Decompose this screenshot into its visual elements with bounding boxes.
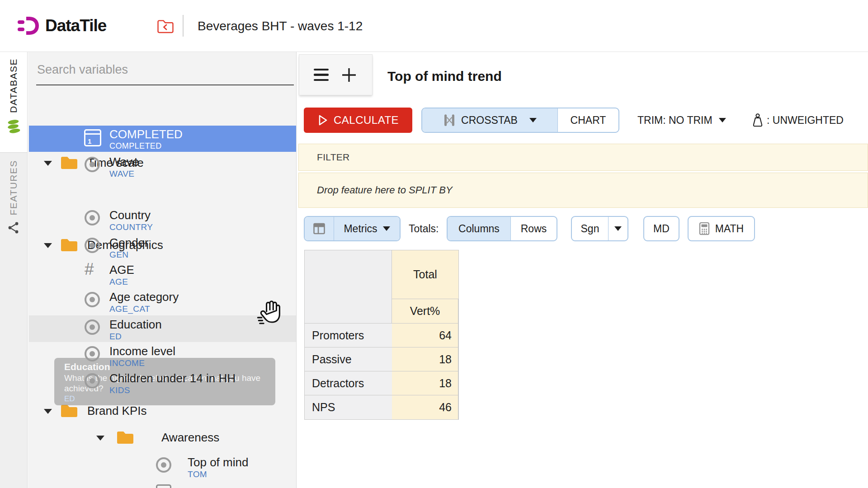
variable-label: COMPLETED (109, 127, 183, 141)
totals-toggle: Columns Rows (447, 216, 557, 241)
chevron-down-icon (614, 226, 622, 231)
tree-folder-brand-kpis[interactable]: Brand KPIs (29, 403, 297, 423)
database-tab-label: DATABASE (8, 58, 19, 113)
variable-label: Gender (109, 236, 149, 250)
single-choice-icon (85, 292, 100, 307)
variables-panel: Time scale 1 COMPLETED COMPLETED Wave WA… (28, 52, 297, 488)
main-content: Top of mind trend CALCULATE CROSSTAB CHA… (297, 52, 868, 488)
variable-code: INCOME (109, 358, 145, 368)
variable-label: Income level (109, 344, 175, 358)
tree-item-completed[interactable]: 1 COMPLETED COMPLETED (29, 126, 297, 152)
topbar-divider (183, 15, 184, 37)
single-choice-icon (85, 373, 100, 389)
variable-label: Age category (109, 290, 179, 304)
calculate-button[interactable]: CALCULATE (304, 108, 412, 133)
calendar-icon-badge: 1 (88, 137, 91, 145)
table-row-label: NPS (305, 395, 392, 419)
variable-code: AGE_CAT (109, 304, 150, 314)
tree-item-top-of-mind[interactable]: Top of mind TOM (29, 455, 297, 483)
table-column-header: Total (392, 250, 458, 299)
results-table: Total Vert% Promoters 64 Passive 18 Detr… (304, 250, 459, 420)
tree-item-gender[interactable]: Gender GEN (29, 236, 297, 263)
trim-dropdown[interactable]: TRIM: NO TRIM (637, 108, 726, 133)
md-label: MD (653, 223, 670, 235)
calendar-icon: 1 (84, 129, 101, 146)
filter-label: FILTER (317, 152, 350, 163)
significance-control: Sgn (571, 216, 628, 241)
top-bar: DataTile Beverages BHT - waves 1-12 (0, 0, 868, 52)
tree-item-age[interactable]: # AGE AGE (29, 263, 297, 290)
tree-item-country[interactable]: Country COUNTRY (29, 208, 297, 235)
variable-label: Top of mind (188, 455, 248, 469)
chevron-down-icon[interactable] (96, 436, 104, 441)
table-row-label: Passive (305, 347, 392, 371)
math-label: MATH (715, 223, 744, 235)
single-choice-icon (85, 238, 100, 253)
weight-status[interactable]: : UNWEIGHTED (751, 108, 844, 133)
crosstab-label: CROSSTAB (461, 114, 518, 127)
features-tab-label: FEATURES (8, 160, 19, 215)
menu-icon[interactable] (314, 69, 329, 81)
variable-label: Wave (109, 155, 139, 169)
report-tab-box (299, 54, 373, 95)
crosstab-icon (443, 113, 456, 127)
tree-folder-awareness[interactable]: Awareness (29, 430, 297, 450)
table-row-label: Promoters (305, 324, 392, 347)
report-title: Top of mind trend (387, 69, 502, 84)
variable-label: AGE (109, 263, 134, 277)
rail-tab-database[interactable]: DATABASE (0, 52, 27, 158)
variable-code: GEN (109, 250, 128, 260)
calculate-label: CALCULATE (334, 114, 399, 127)
metrics-label: Metrics (344, 223, 377, 235)
rail-tab-features[interactable]: FEATURES (0, 152, 27, 264)
folder-label: Brand KPIs (87, 404, 147, 418)
project-folder-back-icon[interactable] (156, 19, 175, 36)
split-by-hint: Drop feature here to SPLIT BY (317, 184, 453, 196)
variable-code: COUNTRY (109, 222, 153, 232)
add-tab-icon[interactable] (340, 66, 358, 84)
metrics-control: Metrics (304, 216, 401, 241)
metrics-dropdown[interactable]: Metrics (334, 217, 400, 240)
tree-item-unaided-awareness[interactable]: Unaided awareness (29, 481, 297, 488)
table-cell-value: 18 (392, 371, 458, 395)
totals-rows-segment[interactable]: Rows (511, 217, 557, 240)
chart-segment[interactable]: CHART (558, 108, 618, 132)
chevron-down-icon[interactable] (529, 118, 537, 122)
totals-columns-segment[interactable]: Columns (448, 217, 511, 240)
math-button[interactable]: MATH (688, 216, 755, 241)
table-metric-header: Vert% (392, 299, 458, 324)
columns-label: Columns (458, 223, 500, 235)
project-title: Beverages BHT - waves 1-12 (198, 0, 363, 52)
single-choice-icon (85, 319, 100, 335)
crosstab-segment[interactable]: CROSSTAB (422, 108, 558, 132)
tree-item-wave[interactable]: Wave WAVE (29, 155, 297, 182)
weight-icon (751, 113, 764, 128)
table-layout-button[interactable] (305, 217, 334, 240)
weight-label: : UNWEIGHTED (767, 114, 844, 127)
search-input[interactable] (36, 59, 291, 80)
variable-label: Children under 14 in HH (109, 371, 236, 385)
sgn-dropdown[interactable] (609, 217, 627, 240)
app-window: DataTile Beverages BHT - waves 1-12 DATA… (0, 0, 868, 488)
table-cell-value: 64 (392, 324, 458, 347)
search-underline (36, 84, 294, 85)
single-choice-icon (156, 457, 171, 473)
numeric-hash-icon: # (85, 262, 94, 277)
md-button[interactable]: MD (643, 216, 679, 241)
tree-item-children-under-14[interactable]: Children under 14 in HH KIDS (29, 371, 297, 399)
variable-label: Unaided awareness (188, 486, 292, 488)
tree-item-income-level[interactable]: Income level INCOME (29, 344, 297, 371)
brand-logo: DataTile (17, 14, 106, 38)
chevron-down-icon[interactable] (44, 409, 52, 414)
rows-label: Rows (521, 223, 547, 235)
sgn-button[interactable]: Sgn (572, 217, 609, 240)
single-choice-icon (85, 157, 100, 172)
play-icon (317, 114, 328, 127)
variable-code: AGE (109, 277, 128, 287)
totals-label: Totals: (409, 216, 439, 241)
folder-icon (116, 430, 134, 446)
folder-icon (60, 403, 78, 420)
split-by-drop-zone[interactable]: Drop feature here to SPLIT BY (298, 173, 868, 208)
filter-drop-zone[interactable]: FILTER (298, 144, 868, 171)
chevron-down-icon (383, 226, 390, 231)
